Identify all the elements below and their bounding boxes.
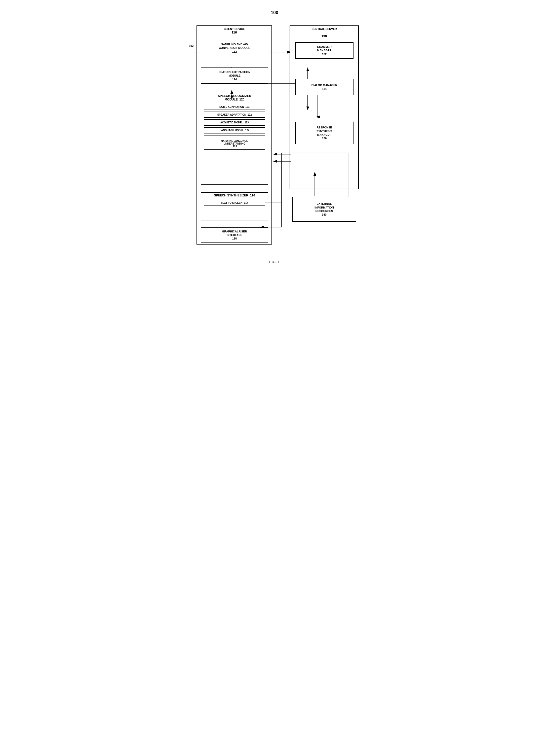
speech-recognizer-label: SPEECH RECOGNIZER MODULE 120 [201, 93, 268, 102]
gui-number: 118 [232, 237, 237, 240]
dialog-manager-label: DIALOG MANAGER [311, 83, 337, 87]
response-synthesis-label: RESPONSE SYNTHESIS MANAGER [316, 126, 332, 136]
external-info-module: EXTERNAL INFORMATION RESOURCES 140 [292, 197, 356, 222]
fig-label: FIG. 1 [192, 260, 357, 264]
central-server-box: CENTRAL SERVER 130 GRAMMER MANAGER 132 D… [289, 25, 359, 189]
sampling-module: SAMPLING AND A/D CONVERSION MODULE 112 [201, 40, 268, 56]
noise-adaptation-module: NOISE ADAPTATION 121 [204, 104, 265, 110]
nlu-module: NATURAL LANGUAGE UNDERSTANDING 125 [204, 135, 265, 150]
speech-synthesizer-outer: SPEECH SYNTHESIZER 116 TEXT TO SPEECH 11… [201, 192, 268, 221]
response-synthesis-module: RESPONSE SYNTHESIS MANAGER 136 [295, 122, 353, 144]
input-label: 102 [189, 44, 194, 47]
grammar-manager-number: 132 [322, 52, 326, 56]
feature-extraction-label: FEATURE EXTRACTION MODULE [219, 70, 250, 78]
dialog-manager-module: DIALOG MANAGER 134 [295, 79, 353, 95]
speech-synth-number: 116 [250, 194, 255, 197]
feature-extraction-number: 114 [232, 78, 237, 81]
external-info-label: EXTERNAL INFORMATION RESOURCES [314, 202, 334, 213]
grammar-manager-label: GRAMMER MANAGER [317, 45, 331, 52]
language-model-module: LANGUAGE MODEL 124 [204, 127, 265, 133]
dialog-manager-number: 134 [322, 87, 326, 91]
feature-extraction-module: FEATURE EXTRACTION MODULE 114 [201, 67, 268, 84]
gui-module: GRAPHICAL USER INTERFACE 118 [201, 227, 268, 243]
speech-synth-label: SPEECH SYNTHESIZER [214, 194, 248, 197]
grammar-manager-module: GRAMMER MANAGER 132 [295, 42, 353, 59]
speech-recognizer-outer: SPEECH RECOGNIZER MODULE 120 NOISE ADAPT… [201, 93, 268, 185]
gui-label: GRAPHICAL USER INTERFACE [222, 230, 247, 237]
sampling-label: SAMPLING AND A/D CONVERSION MODULE [219, 43, 250, 50]
external-info-number: 140 [322, 213, 326, 216]
central-server-label: CENTRAL SERVER 130 [290, 26, 358, 40]
response-synthesis-number: 136 [322, 136, 326, 140]
diagram-title: 100 [192, 10, 357, 15]
acoustic-model-module: ACOUSTIC MODEL 123 [204, 119, 265, 126]
sampling-number: 112 [232, 50, 237, 53]
speaker-adaptation-module: SPEAKER ADAPTATION 122 [204, 112, 265, 118]
client-device-box: CLIENT DEVICE 110 SAMPLING AND A/D CONVE… [197, 25, 272, 245]
tts-module: TEXT TO SPEECH 117 [204, 200, 265, 206]
client-device-label: CLIENT DEVICE 110 [197, 26, 272, 36]
